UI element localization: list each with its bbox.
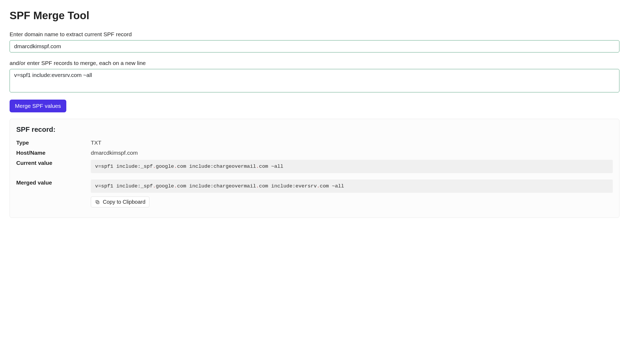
domain-input[interactable]: [10, 40, 619, 52]
svg-rect-0: [97, 201, 99, 204]
host-value: dmarcdkimspf.com: [91, 150, 613, 156]
merged-value-label: Merged value: [16, 179, 91, 186]
host-label: Host/Name: [16, 150, 91, 156]
page-title: SPF Merge Tool: [10, 10, 619, 22]
copy-button-label: Copy to Clipboard: [103, 199, 145, 205]
result-heading: SPF record:: [16, 125, 613, 134]
type-label: Type: [16, 140, 91, 146]
result-card: SPF record: Type TXT Host/Name dmarcdkim…: [10, 119, 619, 218]
type-value: TXT: [91, 140, 613, 146]
domain-input-label: Enter domain name to extract current SPF…: [10, 31, 619, 38]
current-value-code: v=spf1 include:_spf.google.com include:c…: [91, 160, 613, 173]
merge-button[interactable]: Merge SPF values: [10, 100, 66, 112]
records-textarea[interactable]: v=spf1 include:eversrv.com ~all: [10, 69, 619, 92]
copy-button[interactable]: Copy to Clipboard: [91, 197, 149, 207]
records-input-label: and/or enter SPF records to merge, each …: [10, 60, 619, 66]
svg-rect-1: [96, 200, 98, 203]
copy-icon: [95, 199, 100, 205]
merged-value-code: v=spf1 include:_spf.google.com include:c…: [91, 179, 613, 193]
current-value-label: Current value: [16, 160, 91, 166]
